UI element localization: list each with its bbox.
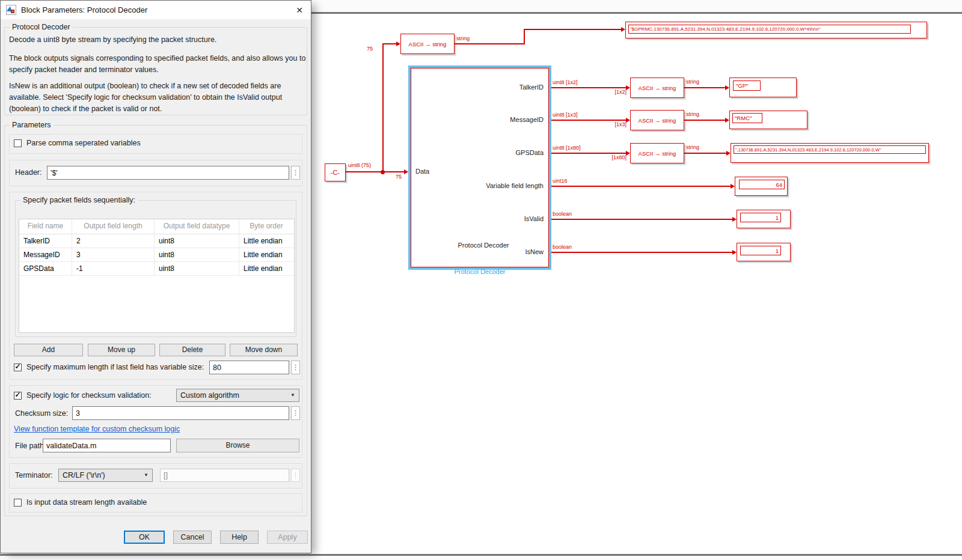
ascii-to-string-block-top[interactable]: ASCII → string (400, 34, 455, 54)
terminator-menu-button[interactable]: ⋮ (291, 469, 300, 482)
dialog-title: Block Parameters: Protocol Decoder (21, 5, 147, 14)
cell-datatype: uint8 (155, 262, 239, 275)
header-label: Header: (15, 168, 41, 177)
file-path-input[interactable] (43, 439, 171, 452)
table-row[interactable]: TalkerID 2 uint8 Little endian (19, 234, 294, 248)
wire-top-out-1[interactable] (455, 43, 525, 44)
move-down-button[interactable]: Move down (230, 344, 298, 356)
ok-button[interactable]: OK (124, 531, 165, 544)
description-line-2: The block outputs signals corresponding … (9, 53, 306, 76)
wire-varlen[interactable] (551, 186, 731, 187)
cancel-button[interactable]: Cancel (173, 531, 212, 544)
wire-messageid[interactable] (551, 120, 626, 121)
max-length-input[interactable] (209, 361, 289, 374)
packet-fields-table[interactable]: Field name Output field length Output fi… (19, 219, 295, 333)
dialog-titlebar[interactable]: Block Parameters: Protocol Decoder ✕ (1, 1, 311, 19)
checksum-size-label: Checksum size: (15, 409, 68, 418)
display-full-sentence[interactable]: "$GPRMC,130736.891,A,5231.394,N,01323.48… (625, 22, 927, 38)
max-length-checkbox[interactable]: ✓ (14, 364, 22, 371)
decoder-inner-title: Protocol Decoder (447, 242, 519, 249)
max-length-menu-button[interactable]: ⋮ (291, 361, 300, 374)
cell-length: 2 (72, 234, 155, 248)
checksum-size-menu-button[interactable]: ⋮ (291, 406, 300, 420)
canvas-bottom-strip (0, 556, 962, 560)
display-isnew[interactable]: 1 (737, 243, 791, 261)
wire-const-to-data[interactable] (346, 171, 404, 172)
wire-talkerid[interactable] (551, 87, 626, 88)
display-talkerid-value: "GP" (733, 81, 761, 91)
menu-dots-icon: ⋮ (292, 472, 299, 479)
wire-top-out-3[interactable] (524, 29, 621, 30)
signal-isvalid-type: boolean (553, 211, 572, 217)
description-line-3: IsNew is an additional output (boolean) … (9, 81, 306, 115)
signal-gpsdata-dim: [1x80] (599, 154, 627, 160)
wire-top-out-2[interactable] (524, 29, 525, 44)
display-messageid[interactable]: "RMC" (729, 111, 807, 129)
menu-dots-icon: ⋮ (292, 409, 299, 417)
stream-length-checkbox[interactable] (14, 499, 22, 507)
cell-byte-order: Little endian (239, 234, 293, 248)
wire-isnew[interactable] (551, 252, 732, 253)
cell-datatype: uint8 (155, 234, 239, 248)
col-field-name: Field name (19, 219, 72, 234)
help-button[interactable]: Help (220, 531, 259, 544)
header-input[interactable] (47, 166, 289, 180)
signal-talkerid-out: string (686, 79, 699, 85)
menu-dots-icon: ⋮ (292, 169, 299, 177)
cell-length: -1 (72, 262, 155, 275)
cell-byte-order: Little endian (239, 248, 293, 261)
wire-messageid-out[interactable] (684, 120, 725, 121)
ascii-to-string-block-gps[interactable]: ASCII → string (630, 143, 684, 163)
display-gpsdata[interactable]: ",130736.891,A,5231.394,N,01323.483,E,21… (731, 143, 929, 163)
canvas-top-border (311, 12, 962, 14)
ascii-to-string-block-message[interactable]: ASCII → string (630, 110, 684, 130)
browse-button[interactable]: Browse (176, 439, 299, 452)
chevron-down-icon: ▼ (290, 392, 295, 398)
terminator-value: CR/LF ('\r\n') (63, 471, 105, 479)
signal-isnew-type: boolean (553, 244, 572, 250)
wire-gpsdata-out[interactable] (684, 153, 726, 154)
header-menu-button[interactable]: ⋮ (291, 166, 300, 180)
wire-isvalid[interactable] (551, 219, 732, 220)
display-varlen[interactable]: 64 (735, 177, 788, 196)
decoder-block-name[interactable]: Protocol Decoder (408, 268, 551, 275)
checksum-algorithm-select[interactable]: Custom algorithm ▼ (176, 389, 299, 402)
wire-branch-up[interactable] (382, 43, 384, 172)
terminator-select[interactable]: CR/LF ('\r\n') ▼ (58, 469, 153, 482)
parse-checkbox[interactable] (14, 139, 22, 147)
checksum-size-input[interactable] (72, 406, 289, 420)
signal-messageid-type: uint8 [1x3] (553, 112, 578, 118)
wire-talkerid-out[interactable] (684, 87, 725, 88)
checksum-template-link[interactable]: View function template for custom checks… (14, 425, 180, 433)
cell-name: TalkerID (19, 234, 72, 248)
wire-gpsdata[interactable] (551, 153, 626, 154)
cell-name: MessageID (19, 248, 72, 261)
check-icon: ✓ (14, 362, 20, 371)
signal-width-75-top: 75 (367, 46, 373, 52)
close-icon[interactable]: ✕ (293, 4, 306, 17)
add-button[interactable]: Add (14, 344, 83, 356)
display-talkerid[interactable]: "GP" (729, 78, 797, 97)
wire-branch-to-ascii[interactable] (382, 43, 396, 44)
col-byte-order: Byte order (239, 219, 293, 234)
ascii-block-label: ASCII → string (639, 117, 676, 124)
table-row[interactable]: MessageID 3 uint8 Little endian (19, 248, 294, 262)
protocol-decoder-block[interactable]: Data TalkerID MessageID GPSData Variable… (411, 68, 549, 267)
signal-gpsdata-out: string (686, 144, 699, 150)
checksum-checkbox[interactable]: ✓ (14, 392, 22, 400)
constant-block[interactable]: -C- (325, 163, 346, 181)
delete-button[interactable]: Delete (159, 344, 225, 356)
ascii-to-string-block-talker[interactable]: ASCII → string (630, 78, 684, 98)
signal-label-uint8-75: uint8 (75) (348, 162, 371, 168)
port-talkerid: TalkerID (519, 84, 544, 91)
table-row[interactable]: GPSData -1 uint8 Little endian (19, 262, 294, 276)
screen: -C- uint8 (75) 75 75 ASCII → string stri… (0, 0, 962, 560)
col-output-datatype: Output field datatype (155, 219, 239, 234)
display-isvalid[interactable]: 1 (737, 210, 791, 228)
arrow-ascii-top (396, 41, 400, 46)
simulink-block-icon (6, 5, 16, 15)
arrow-gps-display (726, 151, 731, 156)
arrow-talkerid (626, 85, 630, 90)
display-isvalid-value: 1 (740, 213, 781, 222)
move-up-button[interactable]: Move up (88, 344, 155, 356)
